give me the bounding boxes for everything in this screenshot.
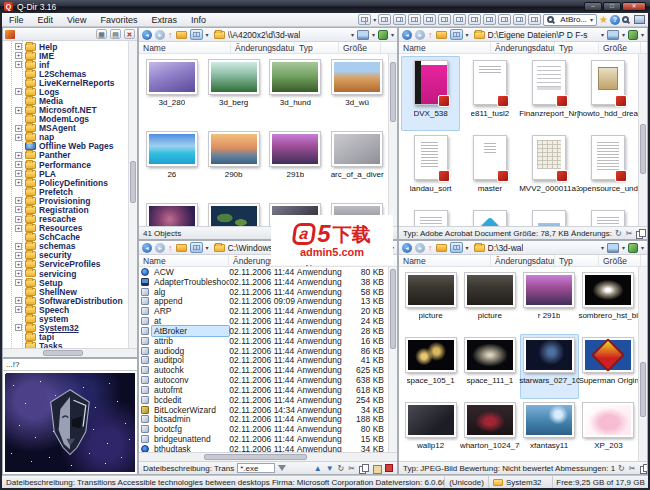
tree-item[interactable]: + SoftwareDistribution bbox=[3, 296, 137, 305]
pdf-thumbnail-item[interactable]: e811_tusl2 bbox=[460, 56, 519, 131]
forward-icon[interactable]: ▸ bbox=[155, 243, 165, 253]
menu-item[interactable]: View bbox=[60, 15, 93, 25]
copy-icon[interactable] bbox=[636, 229, 645, 238]
back-icon[interactable]: ◂ bbox=[142, 243, 152, 253]
pdf-thumbnail-item[interactable]: MVV2_000011a3 bbox=[520, 131, 579, 206]
expand-toggle-icon[interactable]: + bbox=[15, 197, 22, 204]
maximize-button[interactable]: □ bbox=[603, 2, 621, 11]
file-thumbnail-item[interactable]: 3d_berg bbox=[203, 56, 265, 128]
expand-toggle-icon[interactable]: + bbox=[15, 61, 22, 68]
view-grid-icon[interactable] bbox=[190, 29, 203, 40]
file-row[interactable]: audiodg 02.11.2006 11:44 Anwendung 86 KB bbox=[139, 346, 388, 356]
file-row[interactable]: AtBroker 02.11.2006 11:44 Anwendung 28 K… bbox=[139, 326, 388, 336]
view-grid-icon[interactable] bbox=[190, 242, 203, 253]
pdf-thumbnail-item[interactable] bbox=[401, 206, 460, 226]
address-bar[interactable]: D:\Eigene Dateien\P D F-s ▾ bbox=[472, 30, 604, 40]
chevron-down-icon[interactable]: ▾ bbox=[373, 15, 376, 25]
file-row[interactable]: at 02.11.2006 11:44 Anwendung 24 KB bbox=[139, 316, 388, 326]
chevron-down-icon[interactable]: ▾ bbox=[601, 243, 604, 253]
vertical-scrollbar[interactable] bbox=[638, 267, 647, 461]
chevron-down-icon[interactable]: ▾ bbox=[622, 243, 625, 253]
tree-grid-button[interactable]: ▦ bbox=[96, 29, 107, 39]
file-thumbnail-item[interactable]: 3d_hund bbox=[265, 56, 327, 128]
forward-icon[interactable]: ▸ bbox=[155, 30, 165, 40]
file-row[interactable]: bcdedit 02.11.2006 11:44 Anwendung 254 K… bbox=[139, 395, 388, 405]
column-size[interactable]: Größe bbox=[599, 255, 641, 266]
file-row[interactable]: alg 02.11.2006 11:44 Anwendung 58 KB bbox=[139, 287, 388, 297]
tree-item[interactable]: + System32 bbox=[3, 323, 137, 332]
layout-preset-button[interactable] bbox=[498, 14, 511, 25]
view-mode-icon[interactable] bbox=[607, 243, 619, 253]
expand-toggle-icon[interactable]: + bbox=[15, 243, 22, 250]
scrollbar-thumb[interactable] bbox=[390, 269, 396, 349]
search-icon[interactable] bbox=[622, 16, 629, 23]
expand-toggle-icon[interactable]: + bbox=[15, 43, 22, 50]
pdf-thumbnail-item[interactable] bbox=[460, 206, 519, 226]
file-row[interactable]: attrib 02.11.2006 11:44 Anwendung 16 KB bbox=[139, 336, 388, 346]
file-thumbnail-item[interactable]: wharton_1024_768... bbox=[460, 399, 519, 461]
paste-icon[interactable] bbox=[372, 464, 381, 473]
refresh-icon[interactable]: ↻ bbox=[618, 464, 625, 473]
file-thumbnail-item[interactable]: 3d_wü bbox=[326, 56, 388, 128]
address-bar[interactable]: D:\3d-wal ▾ bbox=[472, 243, 604, 253]
address-bar[interactable]: \\A4200x2\d\3d-wal ▾ bbox=[212, 30, 354, 40]
cut-icon[interactable]: ✂ bbox=[348, 464, 355, 473]
view-mode-icon[interactable] bbox=[357, 30, 369, 40]
pdf-thumbnail-item[interactable]: Finanzreport_Nr[1... bbox=[520, 56, 579, 131]
file-thumbnail-item[interactable]: space_111_1 bbox=[460, 334, 519, 399]
favorites-star-icon[interactable]: ★ bbox=[599, 14, 608, 25]
menu-item[interactable]: Extras bbox=[144, 15, 184, 25]
filter-icon[interactable] bbox=[278, 465, 286, 471]
back-icon[interactable]: ◂ bbox=[402, 30, 412, 40]
column-date[interactable]: Änderungsdatum bbox=[491, 255, 555, 266]
cut-icon[interactable]: ✂ bbox=[626, 229, 633, 238]
tree-horizontal-scrollbar[interactable] bbox=[3, 348, 137, 357]
chevron-down-icon[interactable]: ▾ bbox=[601, 30, 604, 40]
tree-page-button[interactable]: ▤ bbox=[110, 29, 121, 39]
forward-icon[interactable]: ▸ bbox=[415, 30, 425, 40]
expand-toggle-icon[interactable]: + bbox=[15, 261, 22, 268]
pdf-thumbnail-item[interactable]: opensource_und_li... bbox=[579, 131, 638, 206]
column-size[interactable]: Größe bbox=[599, 42, 641, 53]
file-thumbnail-item[interactable]: 291b bbox=[265, 128, 327, 200]
column-date[interactable]: Änderungsdatum bbox=[231, 42, 295, 53]
tree-item[interactable]: + Logs bbox=[3, 87, 137, 96]
filter-input[interactable]: *.exe bbox=[237, 463, 275, 473]
menu-item[interactable]: Favorites bbox=[93, 15, 144, 25]
file-thumbnail-item[interactable]: xfantasy11 bbox=[520, 399, 579, 461]
scrollbar-thumb[interactable] bbox=[390, 62, 396, 122]
file-thumbnail-item[interactable]: Superman Original bbox=[579, 334, 638, 399]
scrollbar-thumb[interactable] bbox=[640, 362, 646, 417]
tree-item[interactable]: + Performance bbox=[3, 160, 137, 169]
up-folder-icon[interactable]: ↑ bbox=[168, 30, 173, 40]
tree-item[interactable]: + tapi bbox=[3, 333, 137, 342]
tree-item[interactable]: + Speech bbox=[3, 305, 137, 314]
file-thumbnail-item[interactable]: wallp12 bbox=[401, 399, 460, 461]
open-folder-icon[interactable] bbox=[436, 31, 447, 39]
pdf-thumbnail-item[interactable]: howto_hdd_drea... bbox=[579, 56, 638, 131]
vertical-scrollbar[interactable] bbox=[638, 54, 647, 226]
file-thumbnail-item[interactable] bbox=[141, 200, 203, 226]
refresh-icon[interactable]: ↻ bbox=[615, 229, 622, 238]
forward-icon[interactable]: ▸ bbox=[415, 243, 425, 253]
expand-toggle-icon[interactable]: + bbox=[15, 206, 22, 213]
column-date[interactable]: Änderungsdatum bbox=[491, 42, 555, 53]
horizontal-scrollbar[interactable] bbox=[139, 452, 397, 461]
chevron-down-icon[interactable]: ▾ bbox=[391, 30, 394, 40]
open-folder-icon[interactable] bbox=[176, 31, 187, 39]
chevron-down-icon[interactable]: ▾ bbox=[351, 30, 354, 40]
file-row[interactable]: bitsadmin 02.11.2006 11:44 Anwendung 188… bbox=[139, 414, 388, 424]
expand-toggle-icon[interactable]: + bbox=[15, 88, 22, 95]
tree-close-button[interactable]: ✕ bbox=[124, 29, 135, 39]
up-folder-icon[interactable]: ↑ bbox=[428, 243, 433, 253]
quick-target-combobox[interactable]: AtBro...▾ bbox=[543, 14, 597, 26]
pane-favorites-icon[interactable] bbox=[628, 243, 638, 253]
up-folder-icon[interactable]: ↑ bbox=[428, 30, 433, 40]
layout-preset-button[interactable] bbox=[408, 14, 421, 25]
chevron-down-icon[interactable]: ▾ bbox=[641, 30, 644, 40]
help-icon[interactable]: ? bbox=[610, 15, 620, 25]
expand-toggle-icon[interactable]: + bbox=[15, 324, 22, 331]
sort-up-icon[interactable]: ▲ bbox=[314, 464, 322, 473]
copy-icon[interactable] bbox=[640, 464, 647, 473]
file-row[interactable]: ACW 02.11.2006 11:44 Anwendung 80 KB bbox=[139, 267, 388, 277]
